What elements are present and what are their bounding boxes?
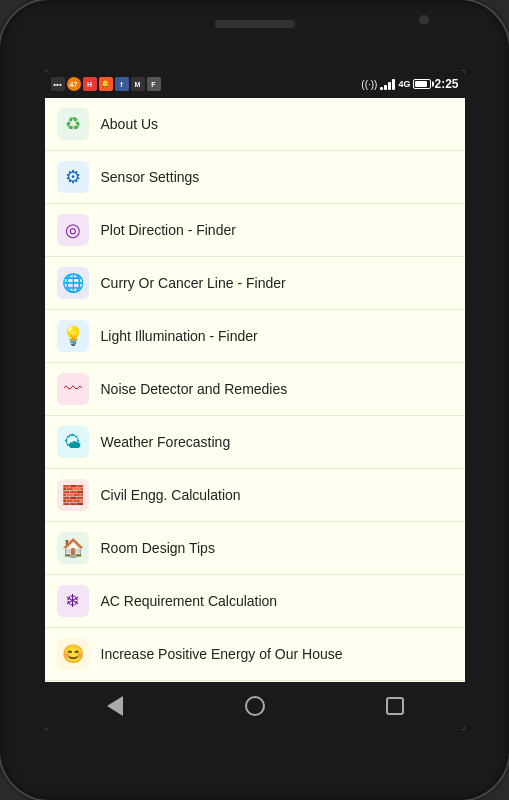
menu-label-plot-direction: Plot Direction - Finder — [101, 222, 236, 238]
menu-icon-ac-requirement: ❄ — [57, 585, 89, 617]
phone-speaker — [215, 20, 295, 28]
menu-item-plot-direction[interactable]: ◎Plot Direction - Finder — [45, 204, 465, 257]
menu-label-civil-engg: Civil Engg. Calculation — [101, 487, 241, 503]
menu-item-about-us[interactable]: ♻About Us — [45, 98, 465, 151]
menu-icon-light-illumination: 💡 — [57, 320, 89, 352]
menu-icon-noise-detector: 〰 — [57, 373, 89, 405]
wifi-icon: ((·)) — [361, 79, 377, 90]
menu-item-curry-cancer[interactable]: 🌐Curry Or Cancer Line - Finder — [45, 257, 465, 310]
notification-icon-4: 🔔 — [99, 77, 113, 91]
menu-label-light-illumination: Light Illumination - Finder — [101, 328, 258, 344]
menu-item-civil-engg[interactable]: 🧱Civil Engg. Calculation — [45, 469, 465, 522]
menu-item-weather-forecasting[interactable]: 🌤Weather Forecasting — [45, 416, 465, 469]
menu-icon-plot-direction: ◎ — [57, 214, 89, 246]
status-notification-icons: ••• 47 H 🔔 f M F — [51, 77, 161, 91]
menu-icon-room-design: 🏠 — [57, 532, 89, 564]
menu-icon-weather-forecasting: 🌤 — [57, 426, 89, 458]
menu-label-ac-requirement: AC Requirement Calculation — [101, 593, 278, 609]
app-content: ♻About Us⚙Sensor Settings◎Plot Direction… — [45, 98, 465, 682]
menu-item-ac-requirement[interactable]: ❄AC Requirement Calculation — [45, 575, 465, 628]
phone-screen: ••• 47 H 🔔 f M F ((·)) 4G — [45, 70, 465, 730]
battery-fill — [415, 81, 426, 87]
menu-item-room-design[interactable]: 🏠Room Design Tips — [45, 522, 465, 575]
notification-icon-3: H — [83, 77, 97, 91]
menu-icon-sensor-settings: ⚙ — [57, 161, 89, 193]
battery-icon — [413, 79, 431, 89]
home-button[interactable] — [235, 686, 275, 726]
menu-item-positive-energy[interactable]: 😊Increase Positive Energy of Our House — [45, 628, 465, 681]
phone-camera — [419, 15, 429, 25]
notification-icon-5: f — [115, 77, 129, 91]
notification-icon-7: F — [147, 77, 161, 91]
menu-item-sensor-settings[interactable]: ⚙Sensor Settings — [45, 151, 465, 204]
recent-icon — [386, 697, 404, 715]
menu-icon-curry-cancer: 🌐 — [57, 267, 89, 299]
menu-item-light-illumination[interactable]: 💡Light Illumination - Finder — [45, 310, 465, 363]
menu-icon-civil-engg: 🧱 — [57, 479, 89, 511]
menu-label-noise-detector: Noise Detector and Remedies — [101, 381, 288, 397]
back-icon — [107, 696, 123, 716]
menu-label-curry-cancer: Curry Or Cancer Line - Finder — [101, 275, 286, 291]
notification-icon-2: 47 — [67, 77, 81, 91]
menu-label-sensor-settings: Sensor Settings — [101, 169, 200, 185]
notification-icon-1: ••• — [51, 77, 65, 91]
network-type: 4G — [398, 79, 410, 89]
menu-label-room-design: Room Design Tips — [101, 540, 215, 556]
menu-item-noise-detector[interactable]: 〰Noise Detector and Remedies — [45, 363, 465, 416]
signal-bars — [380, 78, 395, 90]
home-icon — [245, 696, 265, 716]
menu-icon-about-us: ♻ — [57, 108, 89, 140]
menu-label-weather-forecasting: Weather Forecasting — [101, 434, 231, 450]
phone-frame: ••• 47 H 🔔 f M F ((·)) 4G — [0, 0, 509, 800]
menu-icon-positive-energy: 😊 — [57, 638, 89, 670]
menu-label-about-us: About Us — [101, 116, 159, 132]
status-left: ••• 47 H 🔔 f M F — [51, 77, 161, 91]
status-time: 2:25 — [434, 77, 458, 91]
status-bar: ••• 47 H 🔔 f M F ((·)) 4G — [45, 70, 465, 98]
back-button[interactable] — [95, 686, 135, 726]
recent-apps-button[interactable] — [375, 686, 415, 726]
bottom-nav-bar — [45, 682, 465, 730]
status-right: ((·)) 4G 2:25 — [361, 77, 458, 91]
notification-icon-6: M — [131, 77, 145, 91]
menu-label-positive-energy: Increase Positive Energy of Our House — [101, 646, 343, 662]
